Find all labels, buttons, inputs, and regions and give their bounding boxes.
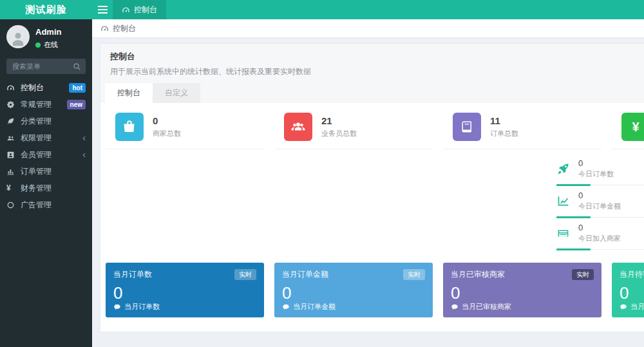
sidebar-item-category[interactable]: 分类管理 [0, 113, 92, 129]
month-card-reviewed: 当月已审核商家 实时 0 当月已审核商家 [443, 263, 601, 317]
today-stat-value: 0 [578, 223, 621, 232]
sidebar: 测试刷脸 Admin 在线 控制台 hot [0, 0, 92, 347]
hot-badge: hot [69, 83, 86, 93]
month-card-title: 当月已审核商家 [451, 269, 505, 280]
sidebar-item-dashboard[interactable]: 控制台 hot [0, 79, 92, 96]
sidebar-item-label: 分类管理 [21, 116, 52, 127]
progress-bar [556, 184, 591, 186]
realtime-badge: 实时 [403, 269, 425, 280]
stat-value: 21 [321, 115, 357, 126]
comment-icon [620, 303, 627, 311]
dashboard-icon [6, 84, 15, 92]
rocket-icon [556, 158, 572, 179]
sidebar-menu: 控制台 hot 常规管理 new 分类管理 权限管理 ‹ 会员管理 ‹ [0, 79, 92, 213]
app-logo[interactable]: 测试刷脸 [0, 0, 92, 19]
sidebar-item-label: 会员管理 [21, 149, 52, 160]
tab-custom[interactable]: 自定义 [153, 83, 200, 103]
month-card-title: 当月订单金额 [282, 269, 328, 280]
dashboard-icon [122, 6, 130, 14]
search-icon[interactable] [73, 62, 81, 73]
today-stats: 0 今日订单数 0 今日订单金额 [556, 158, 644, 250]
circle-icon [6, 201, 15, 209]
navbar-tab-dashboard[interactable]: 控制台 [113, 0, 166, 19]
stat-merchant-total: 0 商家总数 [106, 111, 264, 149]
stat-label: 订单总数 [490, 129, 518, 138]
panel-title: 控制台 [110, 51, 644, 62]
sidebar-item-label: 广告管理 [21, 200, 52, 211]
stat-text: 11 订单总数 [490, 115, 518, 138]
cogs-icon [6, 100, 15, 109]
stat-label: 商家总数 [153, 129, 181, 138]
month-card-value: 0 [620, 285, 644, 301]
sidebar-search [6, 59, 86, 74]
stat-salesperson-total: 21 业务员总数 [274, 111, 433, 149]
user-status-label: 在线 [44, 40, 58, 50]
month-card-header: 当月已审核商家 实时 [451, 269, 594, 280]
today-amount: 0 今日订单金额 [556, 191, 644, 218]
navbar-tab-label: 控制台 [134, 5, 157, 15]
stat-text: 21 业务员总数 [321, 115, 357, 138]
breadcrumb[interactable]: 控制台 [92, 19, 644, 38]
month-card-value: 0 [282, 285, 425, 301]
bar-chart-icon [6, 167, 15, 176]
top-navbar: 控制台 [92, 0, 644, 19]
dashboard-panel: 控制台 用于展示当前系统中的统计数据、统计报表及重要实时数据 控制台 自定义 0 [100, 43, 644, 332]
panel-subtitle: 用于展示当前系统中的统计数据、统计报表及重要实时数据 [110, 66, 644, 77]
month-card-header: 当月订单数 实时 [113, 269, 256, 280]
sidebar-item-label: 权限管理 [21, 133, 52, 144]
stat-value: 0 [153, 115, 181, 126]
user-status: 在线 [35, 40, 61, 50]
sidebar-item-ads[interactable]: 广告管理 [0, 196, 92, 213]
person-icon [8, 29, 28, 48]
month-card-value: 0 [113, 285, 256, 301]
month-card-title: 当月订单数 [113, 269, 152, 280]
month-card-title: 当月待审核商家 [620, 269, 644, 280]
month-card-pending: 当月待审核商家 实时 0 当月待审核商家 [612, 263, 644, 317]
sidebar-item-orders[interactable]: 订单管理 [0, 163, 92, 180]
sidebar-item-label: 控制台 [21, 82, 44, 93]
month-card-amount: 当月订单金额 实时 0 当月订单金额 [274, 263, 433, 317]
stats-row: 0 商家总数 21 业务员总数 [106, 111, 644, 149]
today-stat-text: 0 今日订单金额 [578, 191, 621, 211]
breadcrumb-label: 控制台 [113, 23, 136, 34]
sidebar-item-general[interactable]: 常规管理 new [0, 96, 92, 113]
sidebar-item-label: 订单管理 [21, 166, 52, 177]
month-card-orders: 当月订单数 实时 0 当月订单数 [106, 263, 264, 317]
panel-tabs: 控制台 自定义 [100, 83, 644, 103]
comment-icon [282, 303, 290, 311]
new-badge: new [67, 100, 86, 109]
sidebar-item-finance[interactable]: ¥ 财务管理 [0, 180, 92, 196]
users-icon [6, 134, 15, 142]
shopping-bag-icon [115, 113, 144, 141]
chevron-left-icon: ‹ [82, 150, 86, 159]
month-cards-row: 当月订单数 实时 0 当月订单数 当月订单金额 实时 [106, 263, 644, 317]
sidebar-item-members[interactable]: 会员管理 ‹ [0, 146, 92, 163]
users-group-icon [284, 113, 312, 141]
progress-bar [556, 249, 591, 250]
today-stat-label: 今日加入商家 [578, 234, 621, 243]
today-stat-label: 今日订单数 [578, 169, 614, 179]
realtime-badge: 实时 [572, 269, 594, 280]
month-card-footer-label: 当月订单数 [124, 302, 160, 312]
today-new-merchants: 0 今日加入商家 [556, 223, 644, 250]
month-card-footer: 当月订单金额 [282, 302, 336, 312]
panel-body: 0 商家总数 21 业务员总数 [100, 103, 644, 332]
book-icon [453, 113, 481, 141]
panel-header: 控制台 用于展示当前系统中的统计数据、统计报表及重要实时数据 [100, 44, 644, 83]
member-card-icon [6, 151, 15, 159]
tab-dashboard[interactable]: 控制台 [105, 83, 153, 103]
month-card-footer-label: 当月待审核商家 [630, 302, 644, 312]
stat-text: 0 商家总数 [153, 115, 181, 138]
online-status-dot [35, 42, 41, 48]
stat-value: 11 [490, 115, 518, 126]
user-name: Admin [35, 27, 61, 37]
today-orders: 0 今日订单数 [556, 158, 644, 185]
stat-order-total: 11 订单总数 [443, 111, 601, 149]
line-chart-icon [556, 191, 572, 211]
month-card-value: 0 [451, 285, 594, 301]
today-stat-text: 0 今日加入商家 [578, 223, 621, 243]
hamburger-menu-icon[interactable] [92, 0, 113, 19]
comment-icon [113, 303, 121, 311]
sidebar-item-permissions[interactable]: 权限管理 ‹ [0, 129, 92, 146]
avatar [6, 25, 30, 48]
